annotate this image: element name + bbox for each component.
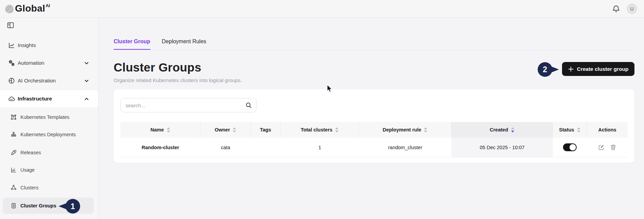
cell-deployment-rule: random_cluster <box>359 138 451 157</box>
cell-actions <box>587 138 628 157</box>
table-header-row: Name Owner Tags Total clusters Deploymen… <box>120 122 628 138</box>
globe-logo-icon <box>5 4 14 14</box>
sidebar-item-label: Insights <box>18 42 36 48</box>
notifications-bell-icon[interactable] <box>612 5 620 13</box>
sidebar-item-automation[interactable]: Automation <box>0 56 99 71</box>
cell-created: 05 Dec 2025 - 10:07 <box>451 138 553 157</box>
sidebar-item-label: Infrastructure <box>18 96 52 102</box>
search-icon[interactable] <box>245 102 252 109</box>
infrastructure-cloud-icon <box>8 95 15 102</box>
sidebar-item-label: Kubernetes Deployments <box>20 132 76 137</box>
column-label: Tags <box>260 127 271 132</box>
sidebar-item-usage[interactable]: Usage <box>0 162 99 177</box>
chevron-down-icon <box>84 61 89 65</box>
releases-rocket-icon <box>11 150 17 156</box>
delete-trash-icon[interactable] <box>610 144 616 151</box>
sidebar-item-label: Kubernetes Templates <box>20 114 69 120</box>
annotation-badge-1-number: 1 <box>71 202 75 211</box>
status-toggle[interactable] <box>563 143 577 151</box>
column-header-name[interactable]: Name <box>120 122 200 138</box>
sidebar-item-cluster-groups[interactable]: Cluster Groups <box>0 198 99 213</box>
column-label: Actions <box>598 127 616 132</box>
sidebar-item-insights[interactable]: Insights <box>0 38 99 53</box>
cell-name: Random-cluster <box>120 138 200 157</box>
column-label: Name <box>150 127 164 132</box>
column-label: Status <box>559 127 574 132</box>
logo-text: Global <box>15 3 45 14</box>
cell-owner: cata <box>200 138 251 157</box>
search-field <box>120 98 257 112</box>
column-header-tags[interactable]: Tags <box>251 122 281 138</box>
sidebar: Insights Automation AI Orchestration Inf… <box>0 18 99 219</box>
table-row: Random-cluster cata 1 random_cluster 05 … <box>120 138 628 157</box>
create-cluster-group-button[interactable]: Create cluster group <box>562 62 634 76</box>
sidebar-item-label: Cluster Groups <box>20 203 56 208</box>
search-input[interactable] <box>126 98 241 112</box>
user-avatar[interactable]: U <box>627 3 637 14</box>
sort-icon[interactable] <box>233 127 236 132</box>
chevron-up-icon <box>84 97 89 101</box>
logo-superscript: AI <box>46 3 50 8</box>
page-title: Cluster Groups <box>114 61 201 74</box>
tab-deployment-rules[interactable]: Deployment Rules <box>162 38 207 50</box>
sort-icon[interactable] <box>335 127 338 132</box>
column-header-total-clusters[interactable]: Total clusters <box>281 122 359 138</box>
tabs-divider <box>114 50 634 50</box>
cell-total-clusters: 1 <box>281 138 359 157</box>
annotation-badge-2-number: 2 <box>543 65 547 74</box>
sidebar-item-label: Usage <box>20 167 35 173</box>
column-header-status[interactable]: Status <box>553 122 587 138</box>
column-label: Owner <box>215 127 230 132</box>
main-content: Cluster Group Deployment Rules Cluster G… <box>99 18 644 219</box>
tab-cluster-group[interactable]: Cluster Group <box>114 38 150 50</box>
sort-icon[interactable] <box>167 127 170 132</box>
usage-bars-icon <box>11 167 17 173</box>
column-header-deployment-rule[interactable]: Deployment rule <box>359 122 451 138</box>
column-label: Created <box>490 127 508 132</box>
sidebar-item-ai-orchestration[interactable]: AI Orchestration <box>0 73 99 88</box>
sort-icon[interactable] <box>577 127 580 132</box>
sidebar-item-releases[interactable]: Releases <box>0 145 99 160</box>
app-logo: Global AI <box>5 3 50 14</box>
cluster-groups-list-icon <box>11 203 17 209</box>
app-header: Global AI U <box>0 0 644 18</box>
page-subtitle: Organize related Kubernetes clusters int… <box>114 77 242 83</box>
edit-icon[interactable] <box>598 144 605 151</box>
automation-gears-icon <box>8 60 15 66</box>
sidebar-item-label: Releases <box>20 150 41 155</box>
avatar-initial: U <box>630 6 633 12</box>
cell-status <box>553 138 587 157</box>
toggle-knob <box>569 144 576 151</box>
sort-desc-icon[interactable] <box>511 127 514 132</box>
sidebar-item-clusters[interactable]: Clusters <box>0 180 99 195</box>
sidebar-item-infrastructure[interactable]: Infrastructure <box>0 91 99 106</box>
column-header-actions: Actions <box>587 122 628 138</box>
tab-bar: Cluster Group Deployment Rules <box>114 38 206 50</box>
sort-icon[interactable] <box>424 127 427 132</box>
sidebar-item-kubernetes-deployments[interactable]: Kubernetes Deployments <box>0 127 99 142</box>
sidebar-item-kubernetes-templates[interactable]: Kubernetes Templates <box>0 110 99 125</box>
column-header-owner[interactable]: Owner <box>200 122 251 138</box>
chevron-down-icon <box>84 79 89 83</box>
cluster-groups-card: Name Owner Tags Total clusters Deploymen… <box>114 89 634 163</box>
annotation-badge-1: 1 <box>57 198 81 214</box>
column-label: Total clusters <box>301 127 332 132</box>
ai-orchestration-icon <box>8 77 15 84</box>
column-header-created[interactable]: Created <box>451 122 553 138</box>
kubernetes-templates-icon <box>11 114 17 120</box>
cell-tags <box>251 138 281 157</box>
create-button-label: Create cluster group <box>577 66 629 72</box>
kubernetes-deployments-icon <box>11 131 17 138</box>
insights-chart-icon <box>8 42 15 49</box>
column-label: Deployment rule <box>383 127 422 132</box>
sidebar-toggle-icon[interactable] <box>7 21 14 29</box>
annotation-badge-2: 2 <box>538 62 560 77</box>
clusters-network-icon <box>11 185 17 191</box>
sidebar-item-label: Automation <box>18 60 44 66</box>
sidebar-item-label: AI Orchestration <box>18 78 56 84</box>
sidebar-item-label: Clusters <box>20 185 38 190</box>
plus-icon <box>568 66 574 72</box>
